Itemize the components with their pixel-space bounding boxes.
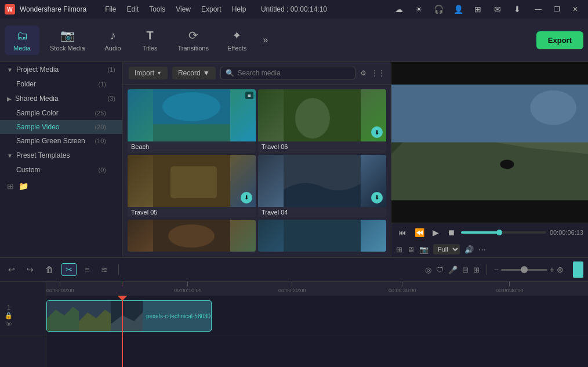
media-card-travel06[interactable]: ⬇ Travel 06: [258, 89, 386, 152]
tool-audio[interactable]: ♪ Audio: [96, 26, 130, 55]
delete-button[interactable]: 🗑: [42, 264, 57, 275]
preview-more-icon[interactable]: ⋯: [478, 245, 486, 254]
zoom-in-button[interactable]: +: [550, 265, 554, 274]
sidebar-item-folder[interactable]: Folder (1): [0, 77, 122, 91]
menu-view[interactable]: View: [171, 4, 195, 14]
preview-monitor-icon[interactable]: 🖥: [407, 245, 415, 254]
timeline-clip[interactable]: pexels-c-technical-5803061: [46, 300, 212, 332]
playhead[interactable]: [122, 296, 123, 367]
tool-effects[interactable]: ✦ Effects: [219, 25, 255, 55]
track-lock-icon[interactable]: 🔒: [5, 312, 13, 319]
new-folder-icon[interactable]: ⊞: [7, 181, 14, 191]
settings-button[interactable]: ≡: [81, 264, 93, 275]
menu-tools[interactable]: Tools: [144, 4, 170, 14]
tl-captions-icon[interactable]: ⊟: [462, 266, 469, 274]
preview-volume-icon[interactable]: 🔊: [464, 245, 474, 254]
transitions-label: Transitions: [178, 45, 209, 52]
maximize-button[interactable]: ❐: [549, 3, 565, 16]
preview-screen-icon[interactable]: ⊞: [396, 245, 402, 254]
stop-button[interactable]: ⏹: [445, 227, 458, 238]
tl-circle-icon[interactable]: ◎: [425, 266, 431, 274]
svg-point-4: [295, 98, 330, 139]
tool-stock-media[interactable]: 📷 Stock Media: [42, 25, 93, 55]
import-button[interactable]: Import ▼: [129, 67, 168, 79]
preview-video: [391, 62, 588, 223]
sidebar-item-preset-templates[interactable]: ▼ Preset Templates: [0, 148, 122, 163]
step-back-button[interactable]: ⏪: [412, 227, 427, 238]
media-grid: ≡ Beach ⬇ Travel 06: [123, 85, 391, 257]
shared-media-label: Shared Media: [15, 95, 108, 103]
shared-expand-icon: ▶: [7, 96, 12, 102]
play-button[interactable]: ▶: [430, 227, 441, 238]
sidebar-item-shared-media[interactable]: ▶ Shared Media (3): [0, 91, 122, 106]
search-box[interactable]: 🔍: [220, 67, 355, 79]
search-icon: 🔍: [226, 69, 234, 77]
grid-view-icon[interactable]: ⋮⋮: [371, 69, 385, 77]
tl-shield-icon[interactable]: 🛡: [436, 266, 444, 274]
export-button[interactable]: Export: [536, 31, 583, 49]
audio-icon: ♪: [110, 29, 116, 42]
record-button[interactable]: Record ▼: [172, 67, 216, 79]
progress-bar[interactable]: [461, 231, 546, 234]
effects-label: Effects: [227, 45, 246, 52]
headphone-icon[interactable]: 🎧: [430, 3, 447, 16]
sidebar-item-project-media[interactable]: ▼ Project Media (1): [0, 62, 122, 77]
time-display: 00:00:06:13: [550, 229, 583, 236]
search-input[interactable]: [238, 69, 350, 77]
menu-edit[interactable]: Edit: [122, 4, 144, 14]
import-folder-icon[interactable]: 📁: [19, 181, 28, 191]
close-button[interactable]: ✕: [567, 3, 583, 16]
mail-icon[interactable]: ✉: [489, 3, 506, 16]
toolbar-more[interactable]: »: [257, 35, 274, 45]
grid-icon[interactable]: ⊞: [470, 3, 486, 16]
ruler-mark-40: 00:00:40:00: [496, 282, 524, 293]
user-icon[interactable]: 👤: [450, 3, 466, 16]
menu-file[interactable]: File: [100, 4, 121, 14]
travel05-overlay-icon: ⬇: [241, 192, 252, 204]
tool-transitions[interactable]: ⟳ Transitions: [170, 25, 217, 55]
project-media-label: Project Media: [16, 66, 108, 74]
header-icons: ☁ ☀ 🎧 👤 ⊞ ✉ ⬇: [391, 3, 525, 16]
ruler-mark-30: 00:00:30:00: [389, 282, 416, 293]
media-card-travel05[interactable]: ⬇ Travel 05: [128, 155, 256, 218]
menu-export[interactable]: Export: [197, 4, 226, 14]
main-content: ▼ Project Media (1) Folder (1) ▶ Shared …: [0, 62, 588, 257]
folder-label: Folder: [16, 80, 99, 88]
minimize-button[interactable]: —: [530, 3, 546, 16]
menu-help[interactable]: Help: [227, 4, 251, 14]
undo-button[interactable]: ↩: [5, 264, 19, 275]
zoom-add-button[interactable]: ⊕: [557, 265, 564, 274]
window-controls: — ❐ ✕: [530, 3, 583, 16]
sidebar-item-sample-color[interactable]: Sample Color (25): [0, 106, 122, 120]
preview-panel: ⏮ ⏪ ▶ ⏹ 00:00:06:13 ⊞ 🖥 📷 Full 1/2 1/4 🔊…: [391, 62, 588, 257]
sun-icon[interactable]: ☀: [411, 3, 427, 16]
track-eye-icon[interactable]: 👁: [6, 321, 12, 328]
zoom-slider[interactable]: [501, 269, 547, 271]
tl-separator2: [487, 264, 487, 275]
preview-camera-icon[interactable]: 📷: [419, 245, 429, 254]
tool-media[interactable]: 🗂 Media: [5, 26, 39, 55]
tool-titles[interactable]: T Titles: [133, 26, 168, 55]
tl-mic-icon[interactable]: 🎤: [448, 266, 458, 274]
media-card-beach[interactable]: ≡ Beach: [128, 89, 256, 152]
custom-count: (0): [99, 166, 106, 173]
tl-pip-icon[interactable]: ⊞: [473, 266, 480, 274]
ruler-mark-20: 00:00:20:00: [278, 282, 306, 293]
audio-wave-button[interactable]: ≋: [97, 264, 111, 275]
quality-select[interactable]: Full 1/2 1/4: [433, 244, 460, 255]
sidebar-item-sample-video[interactable]: Sample Video (20): [0, 120, 122, 134]
sidebar-item-custom[interactable]: Custom (0): [0, 163, 122, 177]
filter-icon[interactable]: ⚙: [360, 69, 366, 77]
redo-button[interactable]: ↪: [23, 264, 37, 275]
preset-templates-label: Preset Templates: [16, 151, 115, 159]
zoom-out-button[interactable]: −: [494, 265, 499, 274]
media-card-extra2[interactable]: [258, 220, 386, 252]
media-card-travel04[interactable]: ⬇ Travel 04: [258, 155, 386, 218]
media-card-extra1[interactable]: [128, 220, 256, 252]
download-icon[interactable]: ⬇: [509, 3, 525, 16]
cut-button[interactable]: ✂: [61, 263, 77, 276]
cloud-icon[interactable]: ☁: [391, 3, 407, 16]
travel06-label: Travel 06: [258, 141, 386, 152]
sidebar-item-sample-green[interactable]: Sample Green Screen (10): [0, 134, 122, 148]
rewind-button[interactable]: ⏮: [396, 227, 409, 238]
